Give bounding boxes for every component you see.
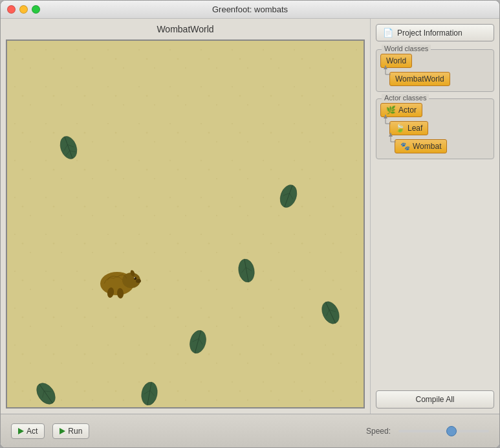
svg-marker-68: [384, 115, 387, 118]
actor-classes-section: Actor classes 🌿 Actor: [376, 98, 494, 159]
main-content: WombatWorld: [1, 19, 499, 414]
wombat-world-class-label: WombatWorld: [395, 74, 444, 84]
speed-slider[interactable]: [398, 430, 489, 432]
svg-point-57: [136, 279, 141, 283]
window-title: Greenfoot: wombats: [212, 5, 288, 14]
run-play-icon: [60, 428, 65, 434]
leaf-tree-connector-svg: [380, 115, 391, 128]
speed-slider-container: [398, 430, 489, 432]
main-window: Greenfoot: wombats WombatWorld: [0, 0, 500, 448]
right-spacer: [376, 166, 494, 390]
svg-point-59: [134, 277, 135, 278]
wombat-tree-connector-svg: [386, 133, 396, 146]
wombat-world-class-item[interactable]: WombatWorld: [389, 72, 450, 86]
svg-rect-24: [7, 41, 364, 407]
act-play-icon: [18, 428, 24, 434]
speed-label: Speed:: [366, 427, 391, 436]
world-class-row: World: [380, 54, 490, 68]
wombat-icon: 🐾: [400, 142, 410, 151]
titlebar-buttons: [7, 5, 40, 14]
run-button[interactable]: Run: [52, 423, 89, 439]
compile-all-label: Compile All: [415, 395, 454, 404]
maximize-button[interactable]: [32, 5, 40, 14]
close-button[interactable]: [7, 5, 16, 14]
titlebar: Greenfoot: wombats: [1, 1, 499, 19]
wombat-class-row: 🐾 Wombat: [395, 139, 490, 153]
svg-marker-71: [389, 133, 393, 137]
world-class-tree: World WombatWorld: [380, 54, 490, 86]
left-panel: WombatWorld: [1, 19, 370, 414]
leaf-class-row: 🍃 Leaf: [389, 121, 490, 135]
svg-marker-65: [384, 65, 387, 69]
leaf-class-label: Leaf: [408, 124, 422, 133]
right-panel: 📄 Project Information World classes Worl…: [370, 19, 499, 414]
wombat-class-item[interactable]: 🐾 Wombat: [395, 139, 447, 153]
act-label: Act: [27, 427, 38, 436]
world-title: WombatWorld: [6, 24, 365, 34]
world-classes-section: World classes World: [376, 49, 494, 92]
actor-class-tree: 🌿 Actor 🍃 Leaf: [380, 103, 490, 153]
actor-class-row: 🌿 Actor: [380, 103, 490, 117]
minimize-button[interactable]: [19, 5, 28, 14]
tree-connector-svg: [380, 65, 391, 78]
world-class-label: World: [386, 56, 406, 65]
bottom-controls: Act Run Speed:: [1, 414, 499, 447]
wombat-world-class-row: WombatWorld: [389, 72, 490, 86]
project-info-label: Project Information: [397, 28, 462, 38]
wombat-class-label: Wombat: [413, 142, 441, 151]
actor-classes-label: Actor classes: [382, 94, 429, 102]
compile-all-button[interactable]: Compile All: [376, 390, 494, 409]
grid-container[interactable]: [6, 39, 365, 409]
grid-svg: [7, 41, 364, 407]
run-label: Run: [68, 427, 82, 436]
actor-icon: 🌿: [386, 106, 396, 115]
leaf-icon: 🍃: [395, 124, 405, 133]
world-classes-label: World classes: [382, 45, 431, 52]
act-button[interactable]: Act: [11, 423, 45, 439]
project-info-button[interactable]: 📄 Project Information: [376, 24, 494, 41]
actor-class-label: Actor: [398, 106, 417, 115]
document-icon: 📄: [383, 28, 393, 38]
